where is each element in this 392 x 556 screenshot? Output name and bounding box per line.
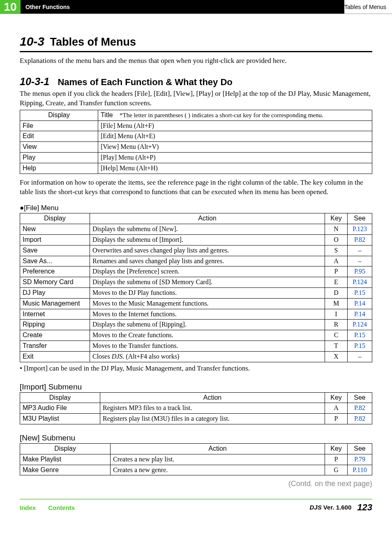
cell-see[interactable]: P.14: [348, 298, 372, 309]
table-row: View[View] Menu (Alt+V): [20, 142, 372, 153]
table-row: ImportDisplays the submenu of [Import].O…: [20, 235, 372, 246]
cell-see[interactable]: P.15: [348, 288, 372, 299]
cell-key: G: [325, 465, 348, 475]
table-row: TransferMoves to the Transfer functions.…: [20, 341, 372, 352]
cell-key: P: [325, 454, 348, 465]
cell-see[interactable]: P.95: [348, 266, 372, 277]
cell-key: M: [325, 298, 348, 309]
file-menu-table: Display Action Key See NewDisplays the s…: [20, 213, 372, 362]
cell-key: A: [325, 403, 348, 414]
table-row: NewDisplays the submenu of [New].NP.123: [20, 224, 372, 235]
cell-key: T: [325, 341, 348, 352]
table-row: File[File] Menu (Alt+F): [20, 120, 372, 131]
menus-table: Display Title *The letter in parentheses…: [20, 110, 372, 174]
table-row: M3U PlaylistRegisters play list (M3U) fi…: [20, 414, 372, 424]
th-see: See: [348, 443, 372, 454]
cell-title: [File] Menu (Alt+F): [98, 120, 372, 131]
cell-title: [Help] Menu (Alt+H): [98, 163, 372, 174]
cell-title: [Edit] Menu (Alt+E): [98, 131, 372, 142]
breadcrumb: Tables of Menus: [344, 0, 392, 14]
table-row: CreateMoves to the Create functions.CP.1…: [20, 330, 372, 341]
cell-see[interactable]: P.82: [348, 403, 372, 414]
file-menu-note: • [Import] can be used in the DJ Play, M…: [20, 364, 372, 373]
table-row: Help[Help] Menu (Alt+H): [20, 163, 372, 174]
cell-display: Exit: [20, 351, 90, 362]
cell-action: Creates a new play list.: [111, 454, 325, 465]
import-submenu-table: Display Action Key See MP3 Audio FileReg…: [20, 392, 372, 424]
cell-display: Save: [20, 245, 90, 256]
cell-display: Save As...: [20, 256, 90, 266]
cell-see[interactable]: P.14: [348, 309, 372, 320]
table-row: Save As...Renames and saves changed play…: [20, 256, 372, 266]
table-row: PreferenceDisplays the [Preference] scre…: [20, 266, 372, 277]
table-row: SaveOverwrites and saves changed play li…: [20, 245, 372, 256]
th-display: Display: [20, 392, 100, 403]
cell-display: MP3 Audio File: [20, 403, 100, 414]
cell-see[interactable]: P.15: [348, 341, 372, 352]
th-display: Display: [20, 213, 90, 224]
table-row: ExitCloses DJS. (Alt+F4 also works)X–: [20, 351, 372, 362]
cell-display: Music Management: [20, 298, 90, 309]
page-number: 123: [357, 502, 372, 513]
cell-key: E: [325, 277, 348, 288]
cell-key: O: [325, 235, 348, 246]
th-see: See: [348, 213, 372, 224]
cell-key: P: [325, 266, 348, 277]
top-bar: 10 Other Functions Tables of Menus: [0, 0, 392, 14]
chapter-number-badge: 10: [0, 0, 21, 14]
table-row: SD Memory CardDisplays the submenu of [S…: [20, 277, 372, 288]
footer: Index Contents DJS Ver. 1.600 123: [0, 500, 392, 521]
cell-action: Displays the submenu of [SD Memory Card]…: [90, 277, 325, 288]
cell-key: I: [325, 309, 348, 320]
index-link[interactable]: Index: [20, 504, 36, 511]
cell-see[interactable]: P.82: [348, 235, 372, 246]
chapter-title: Other Functions: [21, 0, 344, 14]
section-title: Tables of Menus: [50, 36, 136, 48]
cell-key: S: [325, 245, 348, 256]
cell-see[interactable]: P.124: [348, 320, 372, 330]
th-action: Action: [90, 213, 325, 224]
table-row: Edit[Edit] Menu (Alt+E): [20, 131, 372, 142]
footer-version: DJS Ver. 1.600: [310, 503, 352, 512]
th-key: Key: [325, 213, 348, 224]
cell-display: M3U Playlist: [20, 414, 100, 424]
table-row: InternetMoves to the Internet functions.…: [20, 309, 372, 320]
cell-see[interactable]: P.82: [348, 414, 372, 424]
cell-key: X: [325, 351, 348, 362]
cell-display: File: [20, 120, 98, 131]
subsection-lead: The menus open if you click the headers …: [20, 89, 372, 108]
cell-display: Help: [20, 163, 98, 174]
cell-key: R: [325, 320, 348, 330]
cell-display: Make Genre: [20, 465, 111, 475]
table-row: Play[Play] Menu (Alt+P): [20, 153, 372, 163]
cell-action: Registers MP3 files to a track list.: [100, 403, 325, 414]
subsection-number: 10-3-1: [20, 76, 49, 87]
cell-see[interactable]: P.15: [348, 330, 372, 341]
version-text: Ver. 1.600: [322, 504, 352, 511]
th-display: Display: [20, 443, 111, 454]
cell-see[interactable]: P.124: [348, 277, 372, 288]
cell-display: Play: [20, 153, 98, 163]
subsection-title: Names of Each Function & What they Do: [58, 77, 232, 87]
cell-action: Displays the submenu of [Import].: [90, 235, 325, 246]
cell-display: Ripping: [20, 320, 90, 330]
cell-action: Moves to the Transfer functions.: [90, 341, 325, 352]
th-key: Key: [325, 443, 348, 454]
cell-action: Renames and saves changed play lists and…: [90, 256, 325, 266]
cell-action: Moves to the Create functions.: [90, 330, 325, 341]
cell-display: DJ Play: [20, 288, 90, 299]
cell-see[interactable]: P.110: [348, 465, 372, 475]
cell-action: Displays the submenu of [New].: [90, 224, 325, 235]
new-submenu-heading: [New] Submenu: [20, 433, 372, 442]
contents-link[interactable]: Contents: [48, 504, 75, 511]
th-title-label: Title: [101, 111, 113, 118]
cell-see[interactable]: P.123: [348, 224, 372, 235]
cell-display: Preference: [20, 266, 90, 277]
cell-key: P: [325, 414, 348, 424]
cell-see[interactable]: P.79: [348, 454, 372, 465]
cell-action: Moves to the Music Management functions.: [90, 298, 325, 309]
cell-action: Creates a new genre.: [111, 465, 325, 475]
table-row: RippingDisplays the submenu of [Ripping]…: [20, 320, 372, 330]
th-title-note: *The letter in parentheses ( ) indicates…: [120, 112, 323, 118]
cell-action: Displays the submenu of [Ripping].: [90, 320, 325, 330]
